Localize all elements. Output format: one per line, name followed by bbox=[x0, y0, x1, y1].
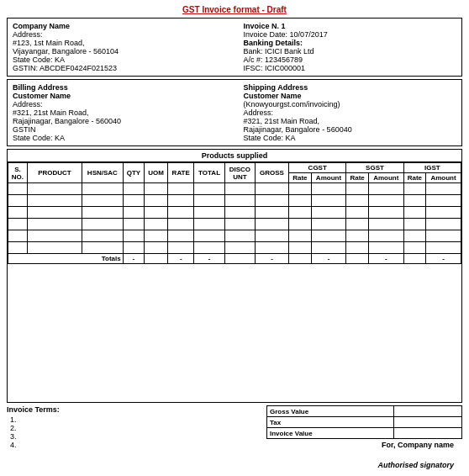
totals-discount bbox=[224, 254, 255, 264]
summary-tax-row: Tax bbox=[266, 417, 461, 428]
col-cgst-header: CGST bbox=[289, 163, 346, 173]
billing-state: State Code: KA bbox=[13, 134, 225, 142]
totals-sgst-amt: - bbox=[368, 254, 403, 264]
invoice-info: Invoice N. 1 Invoice Date: 10/07/2017 Ba… bbox=[244, 22, 456, 72]
table-row bbox=[8, 183, 461, 195]
table-row bbox=[8, 207, 461, 219]
invoice-date: 10/07/2017 bbox=[290, 30, 328, 39]
totals-qty: - bbox=[123, 254, 144, 264]
summary-section: Gross Value Tax Invoice Value For, Compa… bbox=[266, 405, 462, 469]
tax-value bbox=[393, 417, 461, 428]
billing-address: Billing Address Customer Name Address: #… bbox=[13, 83, 225, 142]
term-2: 2. bbox=[10, 424, 257, 432]
col-sno: S. NO. bbox=[8, 163, 28, 183]
account-number: A/c #: 123456789 bbox=[244, 56, 456, 64]
invoice-number: 1 bbox=[282, 22, 286, 30]
company-gstin: GSTIN: ABCDEF0424F021523 bbox=[13, 64, 225, 72]
term-1: 1. bbox=[10, 415, 257, 424]
totals-sgst-rate bbox=[346, 254, 369, 264]
shipping-state: State Code: KA bbox=[244, 134, 456, 142]
shipping-title: Shipping Address bbox=[244, 83, 456, 92]
cgst-amount: Amount bbox=[311, 173, 346, 183]
totals-cgst-amt: - bbox=[311, 254, 346, 264]
header-section: Company Name Address: #123, 1st Main Roa… bbox=[7, 18, 462, 77]
summary-invoice-row: Invoice Value bbox=[266, 428, 461, 439]
terms-title: Invoice Terms: bbox=[7, 405, 257, 414]
igst-amount: Amount bbox=[426, 173, 461, 183]
totals-cgst-rate bbox=[289, 254, 312, 264]
col-gross: GROSS bbox=[255, 163, 288, 183]
banking-label: Banking Details: bbox=[244, 39, 456, 47]
summary-gross-row: Gross Value bbox=[266, 406, 461, 417]
table-row bbox=[8, 230, 461, 242]
table-row bbox=[8, 195, 461, 207]
totals-gross: - bbox=[255, 254, 288, 264]
col-total: TOTAL bbox=[194, 163, 225, 183]
cgst-rate: Rate bbox=[289, 173, 312, 183]
col-hsn: HSN/SAC bbox=[82, 163, 124, 183]
shipping-address-label: Address: bbox=[244, 108, 456, 117]
billing-address2: Rajajinagar, Bangalore - 560040 bbox=[13, 117, 225, 125]
summary-table: Gross Value Tax Invoice Value bbox=[266, 405, 462, 439]
invoice-page: GST Invoice format - Draft Company Name … bbox=[0, 0, 469, 476]
col-rate: RATE bbox=[168, 163, 194, 183]
col-qty: QTY bbox=[123, 163, 144, 183]
company-address-label: Address: bbox=[13, 30, 225, 39]
company-address1: #123, 1st Main Road, bbox=[13, 39, 225, 47]
products-tbody: Totals - - - - - - - bbox=[8, 183, 461, 264]
billing-customer-name: Customer Name bbox=[13, 92, 225, 100]
term-4: 4. bbox=[10, 441, 257, 449]
igst-rate: Rate bbox=[403, 173, 426, 183]
billing-address1: #321, 21st Main Road, bbox=[13, 108, 225, 117]
invoice-number-label: Invoice N. bbox=[244, 22, 280, 30]
company-info: Company Name Address: #123, 1st Main Roa… bbox=[13, 22, 225, 72]
bank-name: Bank: ICICI Bank Ltd bbox=[244, 47, 456, 56]
invoice-date-label: Invoice Date: bbox=[244, 30, 288, 39]
totals-total: - bbox=[194, 254, 225, 264]
totals-row: Totals - - - - - - - bbox=[8, 254, 461, 264]
products-title: Products supplied bbox=[8, 150, 461, 162]
totals-uom bbox=[145, 254, 168, 264]
col-sgst-header: SGST bbox=[346, 163, 403, 173]
gross-value bbox=[393, 406, 461, 417]
col-product: PRODUCT bbox=[27, 163, 82, 183]
totals-rate: - bbox=[168, 254, 194, 264]
tax-label: Tax bbox=[266, 417, 393, 428]
billing-title: Billing Address bbox=[13, 83, 225, 92]
totals-igst-rate bbox=[403, 254, 426, 264]
table-row bbox=[8, 242, 461, 254]
shipping-address2: Rajajinagar, Bangalore - 560040 bbox=[244, 125, 456, 134]
totals-igst-amt: - bbox=[426, 254, 461, 264]
shipping-website: (Knowyourgst.com/invoicing) bbox=[244, 100, 456, 108]
for-company: For, Company name bbox=[266, 441, 454, 449]
invoice-terms: Invoice Terms: 1. 2. 3. 4. bbox=[7, 405, 257, 469]
shipping-customer-name: Customer Name bbox=[244, 92, 456, 100]
invoice-value bbox=[393, 428, 461, 439]
invoice-number-line: Invoice N. 1 bbox=[244, 22, 456, 30]
invoice-date-line: Invoice Date: 10/07/2017 bbox=[244, 30, 456, 39]
table-row bbox=[8, 219, 461, 230]
company-name: Company Name bbox=[13, 22, 225, 30]
company-state: State Code: KA bbox=[13, 56, 225, 64]
signatory-section: For, Company name Authorised signatory bbox=[266, 441, 462, 469]
col-discount: DISCO UNT bbox=[224, 163, 255, 183]
invoice-value-label: Invoice Value bbox=[266, 428, 393, 439]
gross-value-label: Gross Value bbox=[266, 406, 393, 417]
draft-title: GST Invoice format - Draft bbox=[7, 5, 462, 14]
term-3: 3. bbox=[10, 432, 257, 441]
table-header-row-1: S. NO. PRODUCT HSN/SAC QTY UOM RATE TOTA… bbox=[8, 163, 461, 173]
shipping-address: Shipping Address Customer Name (Knowyour… bbox=[244, 83, 456, 142]
authorised-signatory: Authorised signatory bbox=[266, 461, 454, 469]
company-address2: Vijayangar, Bangalore - 560104 bbox=[13, 47, 225, 56]
products-table: S. NO. PRODUCT HSN/SAC QTY UOM RATE TOTA… bbox=[8, 162, 461, 264]
billing-address-label: Address: bbox=[13, 100, 225, 108]
sgst-rate: Rate bbox=[346, 173, 369, 183]
col-uom: UOM bbox=[145, 163, 168, 183]
address-section: Billing Address Customer Name Address: #… bbox=[7, 79, 462, 146]
sgst-amount: Amount bbox=[368, 173, 403, 183]
shipping-address1: #321, 21st Main Road, bbox=[244, 117, 456, 125]
footer-section: Invoice Terms: 1. 2. 3. 4. Gross Value T… bbox=[7, 405, 462, 469]
billing-gstin: GSTIN bbox=[13, 125, 225, 134]
col-igst-header: IGST bbox=[403, 163, 461, 173]
ifsc-code: IFSC: ICIC000001 bbox=[244, 64, 456, 72]
